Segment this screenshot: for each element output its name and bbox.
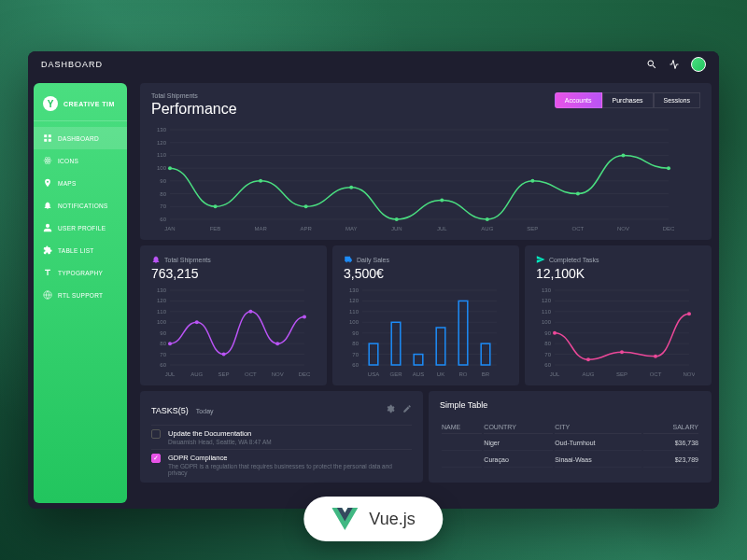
svg-point-41	[349, 186, 353, 189]
svg-text:OCT: OCT	[245, 371, 257, 377]
svg-text:90: 90	[160, 330, 166, 336]
svg-point-128	[620, 350, 624, 354]
activity-icon[interactable]	[669, 59, 680, 70]
svg-text:APR: APR	[300, 226, 312, 231]
gear-icon[interactable]	[386, 404, 395, 413]
svg-text:130: 130	[157, 127, 167, 133]
tasks-chart: 60708090100110120130JULAUGSEPOCTNOV	[536, 285, 695, 378]
svg-text:USA: USA	[368, 371, 379, 377]
tab-purchases[interactable]: Purchases	[602, 92, 654, 108]
tasks-stat-label: Completed Tasks	[549, 257, 599, 263]
sidebar-item-user-profile[interactable]: USER PROFILE	[34, 217, 127, 239]
svg-text:NOV: NOV	[683, 371, 695, 377]
task-checkbox[interactable]	[151, 429, 161, 439]
svg-text:110: 110	[542, 309, 552, 315]
avatar[interactable]	[691, 57, 706, 72]
svg-point-126	[553, 331, 557, 335]
svg-text:JUL: JUL	[437, 226, 447, 231]
delivery-icon	[344, 255, 353, 264]
shipments-chart: 60708090100110120130JULAUGSEPOCTNOVDEC	[151, 285, 310, 378]
task-checkbox[interactable]: ✓	[151, 454, 161, 463]
svg-text:130: 130	[542, 287, 552, 293]
shipments-label: Total Shipments	[164, 257, 211, 263]
svg-text:AUG: AUG	[481, 226, 493, 231]
performance-card: Total Shipments Performance Accounts Pur…	[140, 83, 712, 240]
svg-text:100: 100	[157, 319, 167, 325]
svg-text:OCT: OCT	[572, 226, 585, 231]
svg-point-75	[275, 342, 279, 345]
sidebar-item-rtl-support[interactable]: RTL SUPPORT	[34, 284, 127, 306]
svg-text:100: 100	[542, 319, 552, 325]
bell-icon	[43, 201, 52, 210]
sales-card: Daily Sales 3,500€ 60708090100110120130U…	[332, 245, 519, 385]
svg-point-129	[654, 355, 657, 358]
svg-text:80: 80	[544, 341, 551, 346]
search-icon[interactable]	[646, 59, 657, 70]
svg-rect-101	[414, 355, 423, 365]
svg-point-73	[222, 353, 226, 357]
svg-text:JUL: JUL	[165, 371, 176, 377]
svg-text:80: 80	[160, 191, 166, 197]
svg-text:OCT: OCT	[650, 371, 662, 377]
sidebar: Y CREATIVE TIM DASHBOARDICONSMAPSNOTIFIC…	[34, 83, 127, 503]
svg-point-72	[195, 320, 199, 324]
send-icon	[536, 255, 545, 264]
svg-text:60: 60	[352, 362, 359, 368]
svg-point-47	[621, 153, 625, 157]
tab-accounts[interactable]: Accounts	[555, 92, 602, 108]
svg-point-74	[248, 310, 252, 314]
perf-subtitle: Total Shipments	[151, 92, 237, 99]
svg-text:NOV: NOV	[272, 371, 284, 377]
user-icon	[43, 223, 52, 232]
svg-point-46	[576, 192, 580, 196]
svg-point-76	[303, 315, 306, 319]
atom-icon	[43, 156, 52, 165]
svg-point-43	[440, 198, 444, 202]
tab-sessions[interactable]: Sessions	[654, 92, 700, 108]
svg-point-4	[47, 160, 49, 161]
dashboard-window: DASHBOARD Y CREATIVE TIM DASHBOARDICONSM…	[28, 51, 719, 509]
svg-text:GER: GER	[389, 371, 402, 377]
table-card: Simple Table NAMECOUNTRYCITYSALARY Niger…	[429, 391, 712, 483]
sidebar-item-typography[interactable]: TYPOGRAPHY	[34, 261, 127, 284]
svg-text:100: 100	[157, 165, 167, 171]
sales-label: Daily Sales	[357, 257, 389, 263]
svg-text:70: 70	[160, 352, 166, 357]
task-row: ✓GDPR ComplianceThe GDPR is a regulation…	[151, 449, 412, 480]
sidebar-item-maps[interactable]: MAPS	[34, 172, 127, 194]
table-row: NigerOud-Turnhout$36,738	[442, 436, 698, 451]
svg-text:AUG: AUG	[582, 371, 594, 377]
svg-text:90: 90	[160, 178, 166, 184]
svg-point-127	[586, 357, 590, 361]
shipments-card: Total Shipments 763,215 6070809010011012…	[140, 245, 327, 385]
sidebar-item-dashboard[interactable]: DASHBOARD	[34, 127, 127, 149]
grid-icon	[43, 133, 52, 143]
brand-icon: Y	[43, 96, 58, 111]
vue-logo-icon	[331, 506, 358, 532]
svg-text:SEP: SEP	[218, 371, 230, 377]
svg-text:70: 70	[352, 352, 359, 357]
performance-chart: 60708090100110120130JANFEBMARAPRMAYJUNJU…	[151, 124, 674, 232]
brand-name: CREATIVE TIM	[63, 101, 115, 107]
perf-tabs: Accounts Purchases Sessions	[555, 92, 700, 108]
svg-text:SEP: SEP	[527, 226, 538, 231]
topbar: DASHBOARD	[28, 51, 719, 77]
sidebar-item-notifications[interactable]: NOTIFICATIONS	[34, 194, 127, 217]
svg-text:JAN: JAN	[164, 226, 175, 231]
edit-icon[interactable]	[402, 404, 412, 413]
svg-text:60: 60	[544, 362, 551, 368]
sidebar-item-icons[interactable]: ICONS	[34, 149, 127, 172]
svg-text:MAY: MAY	[345, 226, 358, 231]
svg-rect-0	[44, 134, 47, 137]
tasks-title: TASKS(5)	[151, 406, 189, 415]
perf-title: Performance	[151, 101, 237, 118]
sidebar-item-table-list[interactable]: TABLE LIST	[34, 239, 127, 261]
svg-text:110: 110	[157, 309, 167, 315]
brand[interactable]: Y CREATIVE TIM	[34, 92, 127, 121]
svg-rect-3	[49, 139, 51, 142]
svg-text:80: 80	[160, 341, 166, 346]
svg-text:110: 110	[349, 309, 359, 315]
tasks-card: TASKS(5)Today Update the DocumentationDw…	[140, 391, 423, 483]
svg-text:120: 120	[349, 298, 359, 303]
svg-text:JUL: JUL	[550, 371, 560, 377]
